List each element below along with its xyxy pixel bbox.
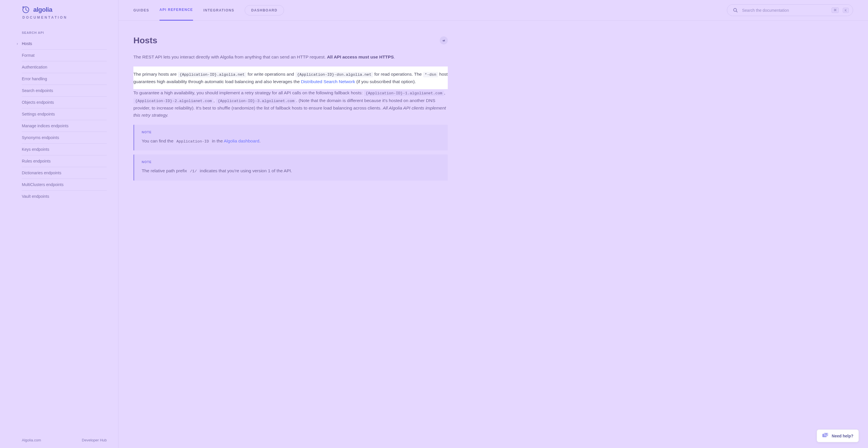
tab-api-reference[interactable]: API REFERENCE: [159, 0, 193, 21]
tab-integrations[interactable]: INTEGRATIONS: [204, 0, 235, 20]
sidebar-item-hosts[interactable]: Hosts: [22, 38, 107, 49]
code-fallback-2: {Application-ID}-2.algolianet.com: [133, 98, 213, 104]
sidebar: algolia DOCUMENTATION SEARCH API Hosts F…: [0, 0, 118, 448]
chat-help-icon: ?: [822, 433, 829, 439]
tab-guides[interactable]: GUIDES: [133, 0, 149, 20]
topbar: GUIDES API REFERENCE INTEGRATIONS DASHBO…: [119, 0, 868, 21]
sidebar-item-multiclusters-endpoints[interactable]: MultiClusters endpoints: [22, 179, 107, 191]
megaphone-icon: [442, 39, 446, 42]
link-dsn[interactable]: Distributed Search Network: [301, 79, 355, 84]
code-dsn: *-dsn: [423, 72, 438, 77]
search-placeholder: Search the documentation: [742, 8, 828, 12]
brand-name: algolia: [33, 6, 52, 13]
code-fallback-1: {Application-ID}-1.algolianet.com: [364, 91, 444, 96]
sidebar-item-vault-endpoints[interactable]: Vault endpoints: [22, 191, 107, 202]
sidebar-item-objects-endpoints[interactable]: Objects endpoints: [22, 97, 107, 108]
page-title: Hosts: [133, 36, 157, 45]
footer-link-algolia[interactable]: Algolia.com: [22, 438, 41, 442]
fallback-paragraph: To guarantee a high availability, you sh…: [133, 89, 448, 119]
code-host-read: {Application-ID}-dsn.algolia.net: [296, 72, 373, 77]
help-label: Need help?: [832, 434, 854, 438]
shortcut-mod: ⌘: [832, 7, 839, 13]
sidebar-nav-list: Hosts Format Authentication Error handli…: [22, 38, 107, 202]
shortcut-key: K: [843, 8, 849, 13]
note-label: NOTE: [142, 160, 440, 164]
sidebar-item-dictionaries-endpoints[interactable]: Dictionaries endpoints: [22, 167, 107, 179]
sidebar-item-authentication[interactable]: Authentication: [22, 61, 107, 73]
sidebar-footer: Algolia.com Developer Hub: [22, 432, 107, 442]
sidebar-item-rules-endpoints[interactable]: Rules endpoints: [22, 156, 107, 167]
main: GUIDES API REFERENCE INTEGRATIONS DASHBO…: [118, 0, 868, 448]
logo[interactable]: algolia DOCUMENTATION: [22, 6, 107, 20]
dashboard-button[interactable]: DASHBOARD: [245, 5, 284, 15]
code-prefix: /1/: [188, 169, 198, 174]
highlighted-paragraph: The primary hosts are {Application-ID}.a…: [133, 67, 448, 90]
brand-subtitle: DOCUMENTATION: [22, 15, 107, 20]
sidebar-item-search-endpoints[interactable]: Search endpoints: [22, 85, 107, 97]
svg-point-1: [734, 8, 737, 11]
sidebar-item-settings-endpoints[interactable]: Settings endpoints: [22, 108, 107, 120]
algolia-logo-icon: [22, 6, 30, 14]
sidebar-section-label: SEARCH API: [22, 31, 107, 34]
intro-paragraph: The REST API lets you interact directly …: [133, 53, 448, 61]
content: Hosts The REST API lets you interact dir…: [119, 21, 463, 200]
sidebar-item-synonyms-endpoints[interactable]: Synonyms endpoints: [22, 132, 107, 144]
link-dashboard[interactable]: Algolia dashboard: [224, 138, 259, 143]
svg-line-2: [736, 11, 738, 12]
code-host-write: {Application-ID}.algolia.net: [178, 72, 246, 77]
sidebar-item-format[interactable]: Format: [22, 49, 107, 61]
sidebar-item-manage-indices[interactable]: Manage indices endpoints: [22, 120, 107, 132]
search-input[interactable]: Search the documentation ⌘ K: [727, 4, 853, 16]
note-label: NOTE: [142, 130, 440, 134]
help-widget[interactable]: ? Need help?: [817, 429, 859, 442]
code-app-id: Application-ID: [175, 139, 211, 144]
search-icon: [733, 8, 738, 13]
footer-link-devhub[interactable]: Developer Hub: [82, 438, 107, 442]
note-box-2: NOTE The relative path prefix /1/ indica…: [133, 154, 448, 180]
sidebar-item-keys-endpoints[interactable]: Keys endpoints: [22, 144, 107, 156]
note-box-1: NOTE You can find the Application-ID in …: [133, 125, 448, 150]
announce-button[interactable]: [440, 36, 448, 44]
sidebar-item-error-handling[interactable]: Error handling: [22, 73, 107, 85]
svg-text:?: ?: [825, 433, 827, 436]
code-fallback-3: {Application-ID}-3.algolianet.com: [216, 98, 296, 104]
